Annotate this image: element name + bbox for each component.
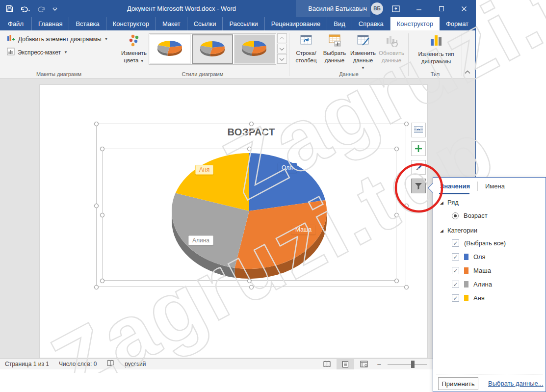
chart-style-thumbnail-2-selected[interactable] — [192, 34, 233, 64]
checkbox-checked[interactable]: ✓ — [452, 281, 459, 288]
minimize-button[interactable] — [408, 0, 430, 17]
zoom-slider[interactable] — [388, 364, 427, 365]
ribbon-tab-row: Файл Главная Вставка Конструктор Макет С… — [0, 17, 475, 30]
tab-chart-design-active[interactable]: Конструктор — [390, 17, 440, 30]
edit-data-label-2: данные ▼ — [351, 57, 375, 71]
group-data: Строка/ столбец Выбрать данные Изменить … — [289, 31, 408, 78]
avatar[interactable]: ВБ — [371, 2, 383, 15]
collapse-triangle-icon[interactable]: ◢ — [440, 200, 443, 205]
tab-insert[interactable]: Вставка — [69, 17, 106, 30]
tab-design[interactable]: Конструктор — [106, 17, 156, 30]
group-chart-styles: Изменить цвета ▼ Стили диаграмм — [116, 31, 289, 78]
checkbox-checked[interactable]: ✓ — [452, 239, 459, 247]
radio-selected[interactable] — [452, 212, 459, 219]
tab-layout[interactable]: Макет — [156, 17, 187, 30]
tab-view[interactable]: Вид — [327, 17, 352, 30]
apply-button[interactable]: Применить — [438, 377, 478, 390]
collapse-triangle-icon[interactable]: ◢ — [440, 228, 443, 233]
tab-mailings[interactable]: Рассылки — [223, 17, 264, 30]
category-row-masha[interactable]: ✓ Маша — [433, 267, 546, 274]
tab-file[interactable]: Файл — [0, 17, 32, 30]
checkbox-checked[interactable]: ✓ — [452, 267, 459, 274]
category-row-alina[interactable]: ✓ Алина — [433, 281, 546, 288]
group-label-type: Тип — [409, 71, 462, 77]
maximize-button[interactable] — [430, 0, 453, 17]
tab-chart-format[interactable]: Формат — [440, 17, 475, 30]
chart-style-thumbnail-3[interactable] — [234, 34, 275, 64]
tab-references[interactable]: Ссылки — [187, 17, 223, 30]
group-label-data: Данные — [289, 71, 408, 77]
status-bar: Страница 1 из 1 Число слов: 0 русский − — [0, 358, 475, 369]
change-chart-type-button[interactable]: Изменить тип диаграммы — [412, 32, 461, 66]
undo-button[interactable] — [20, 5, 31, 12]
edit-data-button[interactable]: Изменить данные ▼ — [349, 32, 377, 73]
tab-values[interactable]: Значения — [440, 183, 470, 190]
redo-button — [38, 5, 46, 12]
switch-row-column-icon — [299, 34, 313, 48]
tab-review[interactable]: Рецензирование — [265, 17, 327, 30]
ribbon-display-options-icon[interactable] — [386, 0, 406, 17]
tab-help[interactable]: Справка — [352, 17, 390, 30]
change-colors-icon — [127, 34, 141, 48]
quick-layout-label: Экспресс-макет — [18, 49, 61, 56]
share-person-icon — [522, 20, 530, 28]
proofing-icon[interactable] — [106, 360, 115, 368]
tell-me-item[interactable]: Помощн — [475, 19, 517, 28]
save-icon[interactable] — [6, 5, 13, 12]
switch-row-column-button[interactable]: Строка/ столбец — [292, 32, 320, 73]
checkbox-checked[interactable]: ✓ — [452, 294, 459, 302]
dropdown-arrow-icon: ▼ — [104, 37, 108, 41]
chart-elements-button[interactable] — [411, 141, 426, 156]
chart-style-thumbnail-1[interactable] — [150, 34, 191, 64]
print-layout-button[interactable] — [337, 359, 354, 369]
collapse-ribbon-icon[interactable] — [465, 67, 470, 76]
layout-options-button[interactable] — [411, 123, 426, 137]
add-chart-element-button[interactable]: Добавить элемент диаграммы ▼ — [5, 32, 113, 46]
customize-qat-icon[interactable] — [52, 7, 57, 11]
language-indicator[interactable]: русский — [125, 361, 146, 367]
quick-layout-button[interactable]: Экспресс-макет ▼ — [5, 46, 113, 59]
series-header-row[interactable]: ◢ Ряд — [433, 199, 546, 206]
gallery-more-icon[interactable] — [277, 54, 287, 64]
chart-styles-button[interactable] — [411, 160, 426, 175]
select-all-row[interactable]: ✓ (Выбрать все) — [433, 239, 546, 247]
word-count[interactable]: Число слов: 0 — [59, 361, 97, 367]
category-row-anya[interactable]: ✓ Аня — [433, 294, 546, 302]
data-label-olya[interactable]: Оля — [278, 163, 297, 173]
change-colors-button[interactable]: Изменить цвета ▼ — [119, 32, 149, 70]
chart-styles-gallery — [149, 33, 276, 65]
page-indicator[interactable]: Страница 1 из 1 — [5, 361, 49, 367]
web-layout-button[interactable] — [355, 359, 373, 369]
zoom-slider-handle[interactable] — [411, 361, 415, 368]
window-controls — [408, 0, 475, 17]
gallery-down-icon[interactable] — [277, 44, 287, 53]
zoom-out-button[interactable]: − — [374, 360, 385, 368]
category-row-olya[interactable]: ✓ Оля — [433, 253, 546, 261]
data-label-alina[interactable]: Алина — [188, 235, 213, 245]
tab-names[interactable]: Имена — [485, 183, 505, 190]
refresh-data-button: Обновить данные — [378, 32, 405, 73]
lightbulb-icon — [479, 19, 485, 28]
select-all-label: (Выбрать все) — [464, 239, 506, 247]
brush-icon — [414, 163, 423, 172]
user-block[interactable]: Василий Батькавыч ВБ — [308, 0, 383, 17]
tab-values-underline — [439, 193, 469, 194]
chart-filters-button[interactable] — [411, 179, 426, 193]
categories-header-row[interactable]: ◢ Категории — [433, 227, 546, 234]
data-label-anya[interactable]: Аня — [195, 165, 213, 175]
select-data-button[interactable]: Выбрать данные — [321, 32, 348, 73]
tab-home[interactable]: Главная — [32, 17, 69, 30]
group-label-styles: Стили диаграмм — [116, 71, 289, 77]
close-button[interactable] — [453, 0, 475, 17]
pie-chart[interactable] — [96, 124, 406, 287]
share-item[interactable]: Поделиться — [519, 20, 546, 28]
gallery-up-icon[interactable] — [277, 33, 287, 43]
category-label: Аня — [473, 294, 485, 302]
read-mode-button[interactable] — [318, 359, 336, 369]
color-swatch — [464, 254, 468, 260]
category-label: Алина — [473, 281, 492, 288]
select-data-link[interactable]: Выбрать данные... — [488, 380, 544, 387]
series-option-row[interactable]: Возраст — [433, 212, 546, 219]
checkbox-checked[interactable]: ✓ — [452, 253, 459, 261]
data-label-masha[interactable]: Маша — [291, 225, 315, 235]
